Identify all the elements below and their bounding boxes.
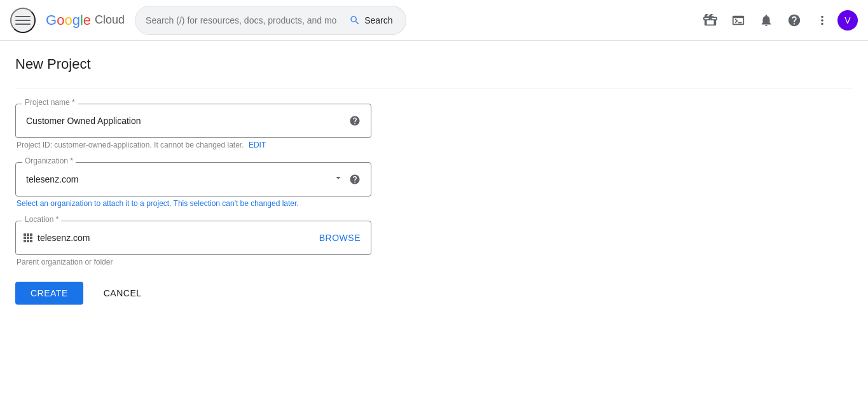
- page-title: New Project: [15, 56, 853, 72]
- nav-icons: V: [698, 8, 858, 33]
- location-hint: Parent organization or folder: [15, 258, 371, 266]
- logo-text: Google: [46, 12, 91, 29]
- svg-rect-1: [15, 20, 31, 21]
- project-name-input[interactable]: [16, 104, 371, 137]
- organization-help-icon[interactable]: [348, 172, 362, 186]
- notifications-icon-button[interactable]: [754, 8, 779, 33]
- search-icon: [349, 15, 361, 26]
- gift-icon-button[interactable]: [698, 8, 723, 33]
- organization-field: Organization * telesenz.com Select an or…: [15, 162, 371, 208]
- create-button[interactable]: CREATE: [15, 282, 83, 305]
- form-container: Project name * Project ID: customer-owne…: [15, 104, 371, 305]
- google-cloud-logo[interactable]: Google Cloud: [46, 12, 125, 29]
- search-button[interactable]: Search: [336, 6, 406, 35]
- terminal-icon-button[interactable]: [726, 8, 751, 33]
- search-bar: Search: [135, 6, 406, 35]
- org-hint: Select an organization to attach it to a…: [15, 199, 371, 208]
- top-nav: Google Cloud Search: [0, 0, 868, 41]
- divider: [15, 88, 853, 88]
- logo-cloud-text: Cloud: [95, 13, 125, 27]
- organization-wrapper: Organization * telesenz.com: [15, 162, 371, 197]
- location-wrapper: Location * BROWSE: [15, 221, 371, 255]
- terminal-icon: [731, 13, 745, 27]
- location-input[interactable]: [32, 221, 309, 254]
- project-name-help-icon[interactable]: [348, 114, 362, 128]
- svg-rect-0: [15, 16, 31, 17]
- project-name-field: Project name * Project ID: customer-owne…: [15, 104, 371, 149]
- project-id-hint: Project ID: customer-owned-application. …: [15, 141, 371, 149]
- gift-icon: [703, 13, 717, 27]
- location-label: Location *: [22, 215, 61, 224]
- project-name-label: Project name *: [22, 98, 78, 107]
- organization-label: Organization *: [22, 156, 76, 165]
- edit-project-id-link[interactable]: EDIT: [249, 141, 266, 149]
- help-icon: [787, 13, 801, 27]
- browse-button[interactable]: BROWSE: [309, 221, 371, 254]
- more-options-button[interactable]: [809, 8, 835, 33]
- project-name-wrapper: Project name *: [15, 104, 371, 138]
- organization-icon: [24, 233, 32, 242]
- bell-icon: [759, 13, 773, 27]
- organization-select[interactable]: telesenz.com: [16, 163, 371, 196]
- page-content: New Project Project name * Project ID: c…: [0, 41, 868, 320]
- menu-icon[interactable]: [10, 8, 36, 33]
- location-field: Location * BROWSE Parent organization or…: [15, 221, 371, 266]
- help-icon-button[interactable]: [782, 8, 807, 33]
- cancel-button[interactable]: CANCEL: [88, 282, 157, 305]
- more-vert-icon: [815, 13, 829, 27]
- form-actions: CREATE CANCEL: [15, 282, 371, 305]
- svg-rect-2: [15, 24, 31, 25]
- search-button-label: Search: [364, 15, 392, 25]
- avatar[interactable]: V: [837, 10, 858, 31]
